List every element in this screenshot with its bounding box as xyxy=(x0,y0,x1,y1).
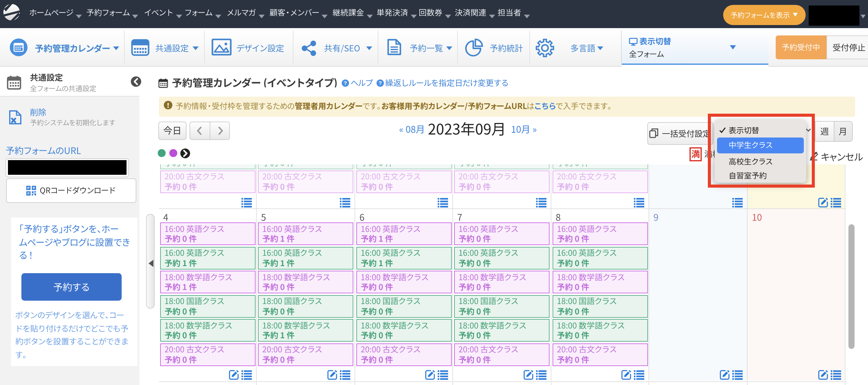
svg-text:?: ? xyxy=(344,80,347,86)
svg-text:?: ? xyxy=(378,80,381,86)
